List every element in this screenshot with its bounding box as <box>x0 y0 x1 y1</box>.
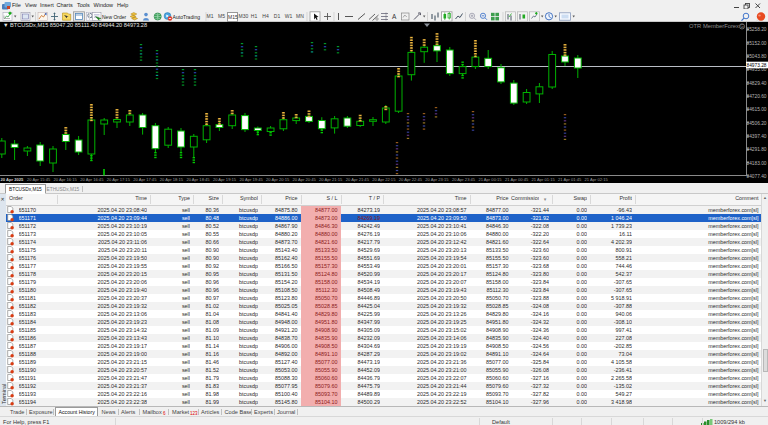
svg-text:▼ BTCUSDx,M15 85047.20 85111.: ▼ BTCUSDx,M15 85047.20 85111.40 84944.20… <box>3 22 147 28</box>
svg-text:20 Apr 22:15: 20 Apr 22:15 <box>372 177 396 182</box>
svg-text:G: G <box>740 24 744 29</box>
svg-text:New Order: New Order <box>102 14 127 20</box>
svg-text:84397.40: 84397.40 <box>746 134 766 139</box>
svg-text:20 Apr 19:45: 20 Apr 19:45 <box>240 177 264 182</box>
svg-text:AutoTrading: AutoTrading <box>173 14 201 20</box>
svg-text:84720.60: 84720.60 <box>746 94 766 99</box>
svg-text:20 Apr 17:45: 20 Apr 17:45 <box>133 177 157 182</box>
svg-text:21 Apr 01:15: 21 Apr 01:15 <box>532 177 556 182</box>
svg-text:OTR MemberForex: OTR MemberForex <box>689 23 739 29</box>
svg-text:20 Apr 18:15: 20 Apr 18:15 <box>160 177 184 182</box>
svg-text:20 Apr 21:45: 20 Apr 21:45 <box>346 177 370 182</box>
svg-text:85152.00: 85152.00 <box>746 41 766 46</box>
svg-text:20 Apr 18:45: 20 Apr 18:45 <box>186 177 210 182</box>
svg-text:20 Apr 23:15: 20 Apr 23:15 <box>425 177 449 182</box>
svg-text:84183.00: 84183.00 <box>746 161 766 166</box>
svg-text:20 Apr 21:15: 20 Apr 21:15 <box>319 177 343 182</box>
svg-text:20 Apr 20:45: 20 Apr 20:45 <box>293 177 317 182</box>
svg-text:20 Apr 16:15: 20 Apr 16:15 <box>54 177 78 182</box>
svg-text:20 Apr 16:45: 20 Apr 16:45 <box>80 177 104 182</box>
svg-text:84615.00: 84615.00 <box>746 107 766 112</box>
svg-text:20 Apr 15:45: 20 Apr 15:45 <box>27 177 51 182</box>
svg-text:20 Apr 2025: 20 Apr 2025 <box>1 177 25 182</box>
svg-text:84973.28: 84973.28 <box>746 63 766 68</box>
svg-text:20 Apr 22:45: 20 Apr 22:45 <box>399 177 423 182</box>
svg-text:21 Apr 01:45: 21 Apr 01:45 <box>558 177 582 182</box>
svg-text:85258.20: 85258.20 <box>746 27 766 32</box>
svg-text:21 Apr 02:15: 21 Apr 02:15 <box>585 177 609 182</box>
svg-text:84077.40: 84077.40 <box>746 174 766 179</box>
svg-text:20 Apr 20:15: 20 Apr 20:15 <box>266 177 290 182</box>
svg-text:84291.80: 84291.80 <box>746 147 766 152</box>
svg-text:21 Apr 00:15: 21 Apr 00:15 <box>478 177 502 182</box>
svg-text:20 Apr 19:15: 20 Apr 19:15 <box>213 177 237 182</box>
svg-text:85043.80: 85043.80 <box>746 54 766 59</box>
svg-text:20 Apr 17:15: 20 Apr 17:15 <box>107 177 131 182</box>
svg-text:84506.20: 84506.20 <box>746 121 766 126</box>
svg-text:84829.40: 84829.40 <box>746 81 766 86</box>
svg-text:20 Apr 23:45: 20 Apr 23:45 <box>452 177 476 182</box>
svg-text:A: A <box>392 13 397 20</box>
svg-text:21 Apr 00:45: 21 Apr 00:45 <box>505 177 529 182</box>
